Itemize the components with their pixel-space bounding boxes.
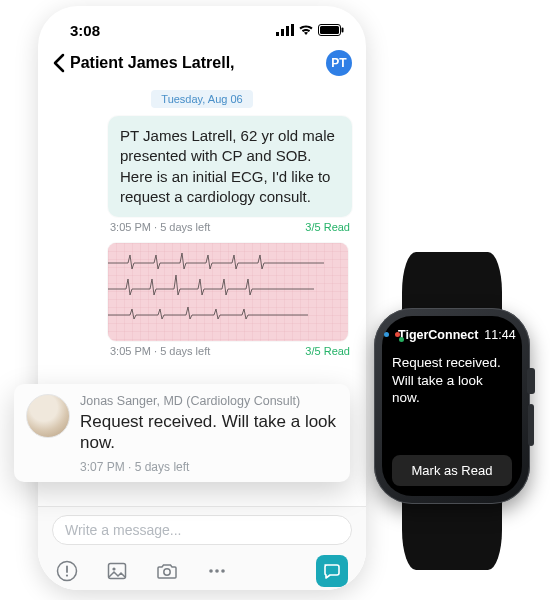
watch-time: 11:44 <box>484 328 515 342</box>
camera-icon[interactable] <box>156 560 178 582</box>
priority-icon[interactable] <box>56 560 78 582</box>
battery-icon <box>318 24 344 36</box>
statusbar-indicators <box>276 24 344 36</box>
watch-message-text: Request received. Will take a look now. <box>392 344 512 455</box>
quick-reply-button[interactable] <box>316 555 348 587</box>
notification-meta: 3:07 PM · 5 days left <box>80 460 338 474</box>
date-separator: Tuesday, Aug 06 <box>151 90 252 108</box>
notification-sender: Jonas Sanger, MD (Cardiology Consult) <box>80 394 338 408</box>
nav-title[interactable]: Patient James Latrell, <box>70 54 235 72</box>
ecg-attachment[interactable] <box>108 243 348 341</box>
svg-point-12 <box>112 567 115 570</box>
svg-rect-6 <box>342 28 344 33</box>
watch-side-button[interactable] <box>528 404 534 446</box>
notification-card[interactable]: Jonas Sanger, MD (Cardiology Consult) Re… <box>14 384 350 482</box>
status-bar: 3:08 <box>38 6 366 46</box>
svg-rect-1 <box>281 29 284 36</box>
svg-rect-2 <box>286 26 289 36</box>
message-read-status: 3/5 Read <box>305 345 350 357</box>
message-timestamp: 3:05 PM · 5 days left <box>110 221 210 233</box>
svg-point-13 <box>164 569 170 575</box>
phone-frame: 3:08 Patient James Latrell, PT Tuesday, … <box>38 6 366 590</box>
message-timestamp: 3:05 PM · 5 days left <box>110 345 210 357</box>
message-input[interactable] <box>52 515 352 545</box>
gallery-icon[interactable] <box>106 560 128 582</box>
message-bubble[interactable]: PT James Latrell, 62 yr old male present… <box>108 116 352 217</box>
statusbar-time: 3:08 <box>70 22 100 39</box>
message-meta: 3:05 PM · 5 days left 3/5 Read <box>108 221 352 233</box>
svg-rect-5 <box>320 26 339 34</box>
watch-band <box>402 500 502 570</box>
svg-point-10 <box>66 575 68 577</box>
watch-case: TigerConnect 11:44 Request received. Wil… <box>374 308 530 504</box>
mark-as-read-button[interactable]: Mark as Read <box>392 455 512 486</box>
watch-screen[interactable]: TigerConnect 11:44 Request received. Wil… <box>382 316 522 496</box>
notification-text: Request received. Will take a look now. <box>80 411 338 454</box>
wifi-icon <box>298 24 314 36</box>
svg-rect-0 <box>276 32 279 36</box>
nav-bar: Patient James Latrell, PT <box>38 46 366 84</box>
watch-frame: TigerConnect 11:44 Request received. Wil… <box>368 252 536 570</box>
svg-rect-3 <box>291 24 294 36</box>
svg-rect-7 <box>108 243 348 341</box>
message-meta: 3:05 PM · 5 days left 3/5 Read <box>108 345 352 357</box>
svg-point-14 <box>209 569 213 573</box>
svg-point-15 <box>215 569 219 573</box>
back-chevron-icon[interactable] <box>52 53 66 73</box>
message-read-status: 3/5 Read <box>305 221 350 233</box>
sender-avatar <box>26 394 70 438</box>
watch-app-name: TigerConnect <box>398 328 478 342</box>
svg-rect-9 <box>66 566 68 574</box>
signal-icon <box>276 24 294 36</box>
composer <box>38 506 366 590</box>
watch-crown[interactable] <box>527 368 535 394</box>
more-icon[interactable] <box>206 560 228 582</box>
svg-point-16 <box>221 569 225 573</box>
svg-rect-11 <box>109 564 126 579</box>
patient-avatar[interactable]: PT <box>326 50 352 76</box>
